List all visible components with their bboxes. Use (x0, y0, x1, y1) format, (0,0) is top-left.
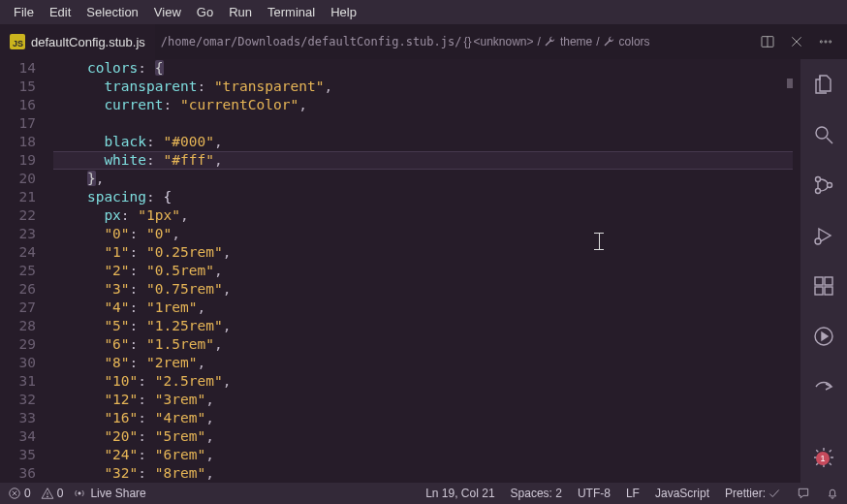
wrench-icon (543, 35, 556, 48)
check-icon (768, 487, 781, 500)
code-line[interactable] (53, 114, 800, 133)
error-icon (8, 487, 21, 500)
svg-rect-14 (815, 277, 823, 285)
menubar: FileEditSelectionViewGoRunTerminalHelp (0, 0, 847, 24)
javascript-file-icon: JS (10, 34, 25, 49)
language-mode[interactable]: JavaScript (655, 487, 709, 500)
breadcrumb[interactable]: /home/omar/Downloads/defaultConfig.stub.… (155, 24, 652, 59)
code-line[interactable]: "6": "1.5rem", (53, 335, 800, 354)
code-line[interactable]: "12": "3rem", (53, 391, 800, 409)
menu-go[interactable]: Go (189, 2, 221, 22)
code-line[interactable]: current: "currentColor", (53, 96, 800, 114)
extensions-icon[interactable] (812, 274, 835, 298)
breadcrumb-theme: theme (558, 35, 594, 48)
breadcrumb-sep: / (594, 35, 601, 48)
wrench-icon (602, 35, 615, 48)
bell-icon[interactable] (826, 487, 839, 500)
broadcast-icon (73, 487, 86, 500)
code-line[interactable]: "1": "0.25rem", (53, 243, 800, 262)
code-editor[interactable]: 1415161718192021222324252627282930313233… (0, 59, 800, 483)
prettier-status[interactable]: Prettier: (725, 487, 781, 500)
code-line[interactable]: spacing: { (53, 188, 800, 206)
close-icon[interactable] (789, 34, 804, 49)
svg-rect-16 (825, 287, 832, 295)
menu-file[interactable]: File (6, 2, 42, 22)
menu-terminal[interactable]: Terminal (260, 2, 323, 22)
code-line[interactable]: "2": "0.5rem", (53, 262, 800, 280)
split-editor-icon[interactable] (760, 34, 775, 49)
tab-actions (760, 24, 847, 59)
indentation[interactable]: Spaces: 2 (511, 487, 562, 500)
eol[interactable]: LF (626, 487, 640, 500)
svg-point-6 (830, 41, 831, 43)
breadcrumb-path: /home/omar/Downloads/defaultConfig.stub.… (159, 35, 464, 48)
feedback-icon[interactable] (797, 487, 810, 500)
breadcrumb-unknown: <unknown> (471, 35, 535, 48)
source-control-icon[interactable] (812, 173, 835, 197)
svg-point-13 (815, 238, 821, 244)
breadcrumb-sep: / (536, 35, 543, 48)
files-icon[interactable] (812, 73, 835, 96)
settings-badge: 1 (816, 452, 830, 465)
code-line[interactable]: }, (53, 170, 800, 188)
code-line[interactable]: black: "#000", (53, 133, 800, 151)
tab-active[interactable]: JS defaultConfig.stub.js (0, 24, 155, 59)
code-line[interactable]: "8": "2rem", (53, 354, 800, 372)
code-line[interactable]: colors: { (53, 59, 800, 78)
code-line[interactable]: "3": "0.75rem", (53, 280, 800, 299)
cursor-position[interactable]: Ln 19, Col 21 (425, 487, 494, 500)
svg-point-9 (816, 177, 821, 182)
vertical-scrollbar[interactable] (793, 59, 800, 483)
code-line[interactable]: px: "1px", (53, 206, 800, 225)
svg-point-7 (816, 127, 828, 139)
svg-point-10 (816, 189, 821, 194)
menu-help[interactable]: Help (323, 2, 364, 22)
menu-selection[interactable]: Selection (78, 2, 145, 22)
search-icon[interactable] (812, 123, 835, 146)
warnings-count[interactable]: 0 (41, 487, 64, 500)
menu-view[interactable]: View (146, 2, 189, 22)
code-line[interactable]: "20": "5rem", (53, 427, 800, 446)
svg-point-24 (47, 496, 47, 497)
encoding[interactable]: UTF-8 (578, 487, 611, 500)
svg-rect-15 (815, 287, 823, 295)
live-share-icon[interactable] (812, 375, 835, 398)
code-line[interactable]: "4": "1rem", (53, 299, 800, 317)
warning-icon (41, 487, 54, 500)
status-bar: 0 0 Live Share Ln 19, Col 21 Spaces: 2 U… (0, 483, 847, 504)
code-line[interactable]: "0": "0", (53, 225, 800, 243)
breadcrumb-bracket-icon: {} (463, 35, 471, 48)
activity-bar: 1 (800, 59, 847, 483)
svg-point-5 (825, 41, 827, 43)
svg-point-25 (78, 492, 80, 494)
code-line[interactable]: "10": "2.5rem", (53, 372, 800, 391)
breadcrumb-colors: colors (617, 35, 652, 48)
tab-filename: defaultConfig.stub.js (31, 35, 145, 49)
code-line[interactable]: "32": "8rem", (53, 464, 800, 483)
tab-bar: JS defaultConfig.stub.js /home/omar/Down… (0, 24, 847, 59)
code-line[interactable]: "5": "1.25rem", (53, 317, 800, 335)
line-number-gutter: 1415161718192021222324252627282930313233… (0, 59, 53, 483)
code-line[interactable]: "24": "6rem", (53, 446, 800, 464)
live-share-button[interactable]: Live Share (73, 487, 145, 500)
more-icon[interactable] (818, 34, 833, 49)
live-server-icon[interactable] (812, 325, 835, 348)
errors-count[interactable]: 0 (8, 487, 31, 500)
svg-point-11 (828, 183, 832, 188)
code-line[interactable]: white: "#fff", (53, 151, 800, 170)
code-line[interactable]: "16": "4rem", (53, 409, 800, 427)
svg-rect-17 (825, 277, 832, 285)
svg-point-4 (820, 41, 822, 43)
run-debug-icon[interactable] (812, 224, 835, 247)
menu-edit[interactable]: Edit (42, 2, 78, 22)
menu-run[interactable]: Run (221, 2, 260, 22)
svg-line-8 (827, 138, 832, 143)
code-line[interactable]: transparent: "transparent", (53, 78, 800, 96)
